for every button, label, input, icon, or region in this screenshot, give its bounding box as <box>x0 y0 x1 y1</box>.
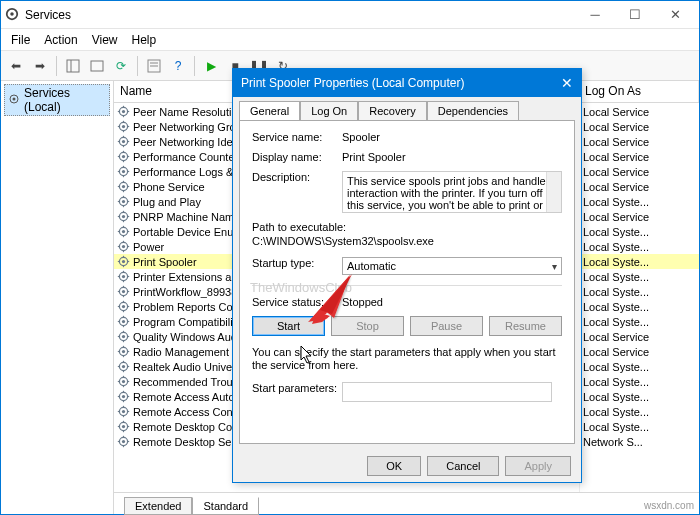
service-logon: Local Syste... <box>580 239 699 254</box>
svg-point-17 <box>122 125 125 128</box>
ok-button[interactable]: OK <box>367 456 421 476</box>
service-logon: Local Service <box>580 164 699 179</box>
service-logon: Local Syste... <box>580 299 699 314</box>
tab-logon[interactable]: Log On <box>300 101 358 120</box>
value-display-name: Print Spooler <box>342 151 562 163</box>
svg-point-107 <box>122 350 125 353</box>
svg-point-9 <box>13 97 16 100</box>
maximize-button[interactable]: ☐ <box>615 7 655 22</box>
gear-icon <box>117 210 130 223</box>
dialog-titlebar: Print Spooler Properties (Local Computer… <box>233 69 581 97</box>
service-logon: Local Syste... <box>580 224 699 239</box>
gear-icon <box>117 390 130 403</box>
chevron-down-icon: ▾ <box>552 261 557 272</box>
svg-point-53 <box>122 215 125 218</box>
service-logon: Local Syste... <box>580 389 699 404</box>
gear-icon <box>117 285 130 298</box>
dialog-close-button[interactable]: ✕ <box>561 75 573 91</box>
svg-point-125 <box>122 395 125 398</box>
tree-root-services-local[interactable]: Services (Local) <box>4 84 110 116</box>
startup-type-select[interactable]: Automatic ▾ <box>342 257 562 275</box>
window-title: Services <box>25 8 575 22</box>
minimize-button[interactable]: ─ <box>575 7 615 22</box>
start-parameters-input[interactable] <box>342 382 552 402</box>
dialog-tabs: General Log On Recovery Dependencies <box>233 97 581 120</box>
gear-icon <box>117 315 130 328</box>
service-logon: Local Service <box>580 149 699 164</box>
back-button[interactable]: ⬅ <box>5 55 27 77</box>
cancel-button[interactable]: Cancel <box>427 456 499 476</box>
properties-dialog: Print Spooler Properties (Local Computer… <box>232 68 582 483</box>
description-box[interactable]: This service spools print jobs and handl… <box>342 171 562 213</box>
label-path: Path to executable: <box>252 221 562 233</box>
gear-icon <box>117 225 130 238</box>
separator <box>137 56 138 76</box>
gear-icon <box>117 105 130 118</box>
pause-button: Pause <box>410 316 483 336</box>
tab-recovery[interactable]: Recovery <box>358 101 426 120</box>
menu-action[interactable]: Action <box>38 31 83 49</box>
gear-icon <box>117 180 130 193</box>
tab-general[interactable]: General <box>239 101 300 120</box>
label-display-name: Display name: <box>252 151 342 163</box>
tab-extended[interactable]: Extended <box>124 497 192 515</box>
svg-rect-2 <box>67 60 79 72</box>
description-scrollbar[interactable] <box>546 172 561 212</box>
menu-view[interactable]: View <box>86 31 124 49</box>
menu-file[interactable]: File <box>5 31 36 49</box>
svg-point-119 <box>122 380 125 383</box>
service-logon: Local Syste... <box>580 254 699 269</box>
export-list-button[interactable] <box>86 55 108 77</box>
label-service-name: Service name: <box>252 131 342 143</box>
divider <box>252 285 562 286</box>
service-logon: Local Syste... <box>580 359 699 374</box>
menu-help[interactable]: Help <box>126 31 163 49</box>
titlebar: Services ─ ☐ ✕ <box>1 1 699 29</box>
refresh-button[interactable]: ⟳ <box>110 55 132 77</box>
service-logon: Local Service <box>580 179 699 194</box>
svg-point-89 <box>122 305 125 308</box>
gear-icon <box>117 135 130 148</box>
tab-dependencies[interactable]: Dependencies <box>427 101 519 120</box>
svg-point-131 <box>122 410 125 413</box>
svg-point-95 <box>122 320 125 323</box>
show-hide-tree-button[interactable] <box>62 55 84 77</box>
help-button[interactable]: ? <box>167 55 189 77</box>
gear-icon <box>117 165 130 178</box>
svg-point-77 <box>122 275 125 278</box>
svg-point-23 <box>122 140 125 143</box>
service-name: Print Spooler <box>133 256 197 268</box>
svg-point-11 <box>122 110 125 113</box>
label-service-status: Service status: <box>252 296 342 308</box>
service-name: Power <box>133 241 164 253</box>
svg-point-47 <box>122 200 125 203</box>
gear-icon <box>117 300 130 313</box>
start-button[interactable]: Start <box>252 316 325 336</box>
svg-rect-4 <box>91 61 103 71</box>
column-logonas[interactable]: Log On As <box>579 81 699 102</box>
gear-icon <box>8 93 20 108</box>
service-logon: Local Syste... <box>580 194 699 209</box>
properties-button[interactable] <box>143 55 165 77</box>
svg-point-1 <box>10 12 14 16</box>
tab-standard[interactable]: Standard <box>192 497 259 515</box>
gear-icon <box>117 195 130 208</box>
gear-icon <box>117 405 130 418</box>
service-logon: Local Syste... <box>580 314 699 329</box>
start-service-button[interactable]: ▶ <box>200 55 222 77</box>
separator <box>56 56 57 76</box>
dialog-content: Service name: Spooler Display name: Prin… <box>239 120 575 444</box>
close-button[interactable]: ✕ <box>655 7 695 22</box>
label-start-parameters: Start parameters: <box>252 382 342 394</box>
service-logon: Local Service <box>580 104 699 119</box>
gear-icon <box>117 120 130 133</box>
forward-button[interactable]: ➡ <box>29 55 51 77</box>
gear-icon <box>117 375 130 388</box>
label-startup-type: Startup type: <box>252 257 342 269</box>
gear-icon <box>117 435 130 448</box>
gear-icon <box>117 420 130 433</box>
service-logon: Local Syste... <box>580 419 699 434</box>
svg-point-143 <box>122 440 125 443</box>
gear-icon <box>117 330 130 343</box>
gear-icon <box>117 150 130 163</box>
